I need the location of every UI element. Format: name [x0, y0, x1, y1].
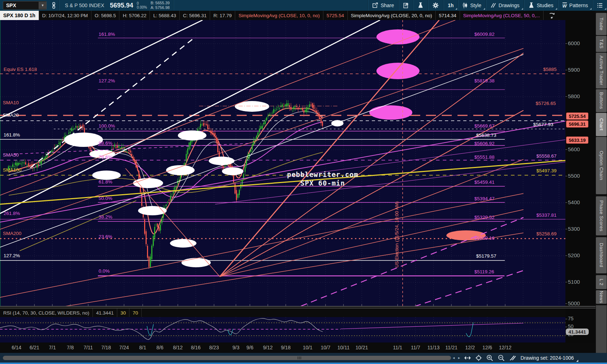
- chart-scrollbar[interactable]: [3, 356, 451, 360]
- annotation-ellipse[interactable]: [376, 63, 419, 79]
- link-icon[interactable]: [49, 2, 59, 9]
- candle-body: [299, 106, 300, 107]
- annotation-ellipse[interactable]: [222, 167, 243, 175]
- candle-body: [35, 166, 36, 167]
- rsi-study-label[interactable]: RSI (14, 70, 30, CLOSE, WILDERS, no): [0, 308, 93, 317]
- sidebar-tab-trade[interactable]: Trade: [596, 13, 607, 35]
- symbol-input[interactable]: SPX: [3, 3, 39, 8]
- trend-line[interactable]: [0, 54, 523, 247]
- annotation-ellipse[interactable]: [170, 239, 196, 248]
- candle-body: [296, 106, 297, 107]
- chart-canvas[interactable]: pebblewriter.com SPX 60-min US Election …: [0, 20, 565, 306]
- ask-value: A: 5756.98: [151, 5, 170, 10]
- scroll-left-button[interactable]: ◄: [451, 356, 456, 360]
- date-axis-label: 11/7: [411, 345, 420, 350]
- notes-button[interactable]: i: [399, 0, 413, 11]
- candle-body: [24, 163, 25, 163]
- candle-body: [169, 200, 170, 201]
- trend-line[interactable]: [251, 217, 523, 306]
- share-button[interactable]: Share: [368, 0, 398, 11]
- scrollbar-grip[interactable]: [297, 356, 302, 359]
- zoom-in-button[interactable]: [484, 354, 495, 361]
- rsi-trend-line[interactable]: [341, 323, 523, 329]
- chart-menu-button[interactable]: [593, 0, 607, 11]
- price-axis-label: 5000: [568, 300, 580, 306]
- candle-body: [316, 110, 317, 112]
- candle-body: [37, 164, 38, 168]
- pane-splitter[interactable]: [0, 306, 596, 308]
- candle-body: [75, 126, 76, 128]
- date-axis-label: 9/12: [263, 345, 272, 350]
- annotation-ellipse[interactable]: [209, 157, 234, 165]
- sma10-study-label[interactable]: SimpleMovingAvg (CLOSE, 10, 0, no): [235, 11, 323, 20]
- candle-body: [265, 121, 266, 124]
- candle-body: [247, 154, 248, 159]
- right-sidebar: TradeT&SActive TraderButtonsChartOption …: [596, 11, 607, 353]
- drawing-set-selector[interactable]: Drawing set: 2024-1006: [518, 355, 578, 361]
- auto-center-button[interactable]: [473, 355, 484, 361]
- sma50-study-label[interactable]: SimpleMovingAvg (CLOSE, 50, 0,...: [460, 11, 544, 20]
- date-axis-label: 11/13: [427, 345, 440, 350]
- date-axis-label: 6/21: [29, 345, 39, 350]
- price-level-label: $5669.67: [474, 123, 494, 129]
- patterns-button[interactable]: W Patterns: [558, 0, 592, 11]
- price-level-label: $5819.38: [474, 78, 494, 84]
- date-axis-label: 9/6: [246, 345, 253, 350]
- annotation-ellipse[interactable]: [178, 130, 207, 140]
- sidebar-tab-buttons[interactable]: Buttons: [596, 89, 607, 112]
- price-level-label: 127.2%: [99, 78, 115, 84]
- sidebar-tab-news[interactable]: News: [596, 290, 607, 304]
- settings-button[interactable]: [428, 0, 443, 11]
- sidebar-tab-t-s[interactable]: T&S: [596, 36, 607, 52]
- candle-body: [167, 202, 168, 203]
- candle-body: [216, 138, 217, 143]
- sidebar-tab-active-trader[interactable]: Active Trader: [596, 53, 607, 88]
- candle-body: [38, 164, 39, 166]
- studies-button[interactable]: Studies: [524, 0, 558, 11]
- candle-body: [133, 157, 134, 160]
- sidebar-tab-chart[interactable]: Chart: [596, 113, 607, 136]
- candle-body: [27, 165, 28, 166]
- candle-body: [156, 225, 157, 225]
- symbol-combo[interactable]: SPX ▼: [3, 1, 47, 10]
- trend-line[interactable]: [215, 140, 565, 186]
- candle-body: [217, 140, 218, 152]
- annotation-ellipse[interactable]: [133, 178, 163, 188]
- zoom-out-button[interactable]: [495, 354, 507, 361]
- bar-date: D: 10/7/24, 12:30 PM: [39, 11, 92, 20]
- rsi-pane[interactable]: [0, 317, 565, 343]
- analyze-button[interactable]: [413, 0, 428, 11]
- candle-body: [62, 140, 63, 141]
- annotation-ellipse[interactable]: [64, 133, 103, 147]
- sidebar-tab-dashboard[interactable]: Dashboard: [596, 237, 607, 273]
- candle-body: [45, 156, 46, 158]
- timeframe-button[interactable]: 1h: [444, 0, 458, 11]
- candle-body: [209, 128, 210, 129]
- price-level-label: 88.6%: [99, 140, 112, 146]
- annotation-ellipse[interactable]: [181, 258, 211, 267]
- sidebar-tab-l-2[interactable]: L 2: [596, 275, 607, 289]
- sidebar-tab-phase-scores[interactable]: Phase Scores: [596, 196, 607, 235]
- price-level-label: SMA20: [3, 112, 19, 118]
- election-annotation-label[interactable]: US Election (11/5/24, 10:00 AM): [394, 193, 399, 276]
- price-level-label: 38.2%: [99, 214, 112, 220]
- drawings-button[interactable]: Drawings: [486, 0, 524, 11]
- sidebar-tab-option-chain[interactable]: Option Chain: [596, 137, 607, 194]
- collapse-header-button[interactable]: [544, 11, 561, 20]
- annotation-ellipse[interactable]: [369, 105, 412, 120]
- pan-button[interactable]: [462, 355, 473, 360]
- price-axis[interactable]: 6000590058005600550054005300520051005000…: [565, 20, 596, 353]
- price-level-label: SMA200: [3, 230, 22, 236]
- candle-body: [25, 162, 26, 164]
- scroll-right-button[interactable]: ►: [456, 356, 462, 360]
- date-axis-label: 7/24: [119, 345, 129, 350]
- candle-body: [150, 257, 151, 267]
- candle-body: [240, 184, 241, 188]
- candle-body: [253, 140, 254, 145]
- symbol-dropdown-button[interactable]: ▼: [39, 2, 46, 9]
- quick-drawing-button[interactable]: [507, 355, 518, 361]
- style-button[interactable]: Style: [458, 0, 485, 11]
- candle-body: [237, 194, 238, 198]
- date-axis[interactable]: 6/146/217/17/87/117/187/248/18/68/128/16…: [0, 343, 596, 353]
- sma20-study-label[interactable]: SimpleMovingAvg (CLOSE, 20, 0, no): [348, 11, 436, 20]
